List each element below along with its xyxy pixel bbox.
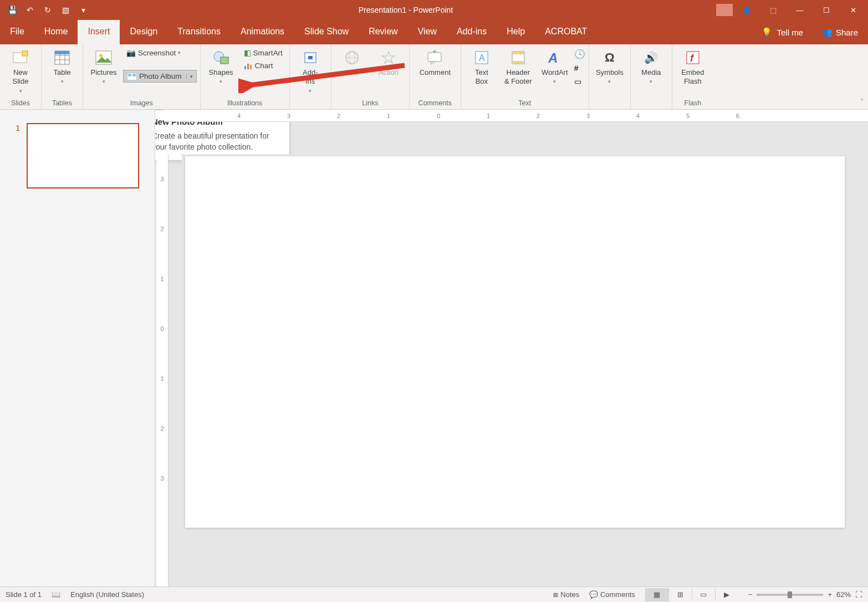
tab-slide-show[interactable]: Slide Show xyxy=(294,20,359,44)
save-icon[interactable]: 💾 xyxy=(4,2,20,18)
ribbon: New Slide Slides Table Tables Pictures xyxy=(0,44,868,110)
zoom-out-button[interactable]: − xyxy=(748,590,753,599)
view-normal-button[interactable]: ▦ xyxy=(645,588,668,601)
date-time-icon[interactable]: 🕓 xyxy=(574,49,585,59)
tell-me-search[interactable]: 💡 Tell me xyxy=(753,20,812,44)
object-icon[interactable]: ▭ xyxy=(574,77,585,86)
screenshot-button[interactable]: 📷 Screenshot xyxy=(123,47,197,59)
tab-animations[interactable]: Animations xyxy=(231,20,294,44)
qat-more-icon[interactable]: ▾ xyxy=(75,2,91,18)
minimize-button[interactable]: — xyxy=(787,2,813,18)
undo-icon[interactable]: ↶ xyxy=(22,2,38,18)
media-icon: 🔊 xyxy=(642,49,660,67)
wordart-button[interactable]: A WordArt xyxy=(538,47,572,88)
link-label: Link xyxy=(345,68,359,77)
svg-text:A: A xyxy=(479,53,485,63)
new-slide-label: New Slide xyxy=(13,68,29,86)
tab-insert[interactable]: Insert xyxy=(78,20,120,44)
slideshow-start-icon[interactable]: ▧ xyxy=(58,2,73,18)
action-button[interactable]: Action xyxy=(371,47,406,79)
ruler-horizontal: 4 3 2 1 0 1 2 3 4 5 6 xyxy=(164,110,868,122)
notes-button[interactable]: ≣ Notes xyxy=(553,590,580,599)
spellcheck-icon[interactable]: 📖 xyxy=(52,590,60,599)
view-sorter-button[interactable]: ⊞ xyxy=(668,588,692,601)
header-footer-button[interactable]: Header & Footer xyxy=(501,47,535,89)
svg-rect-17 xyxy=(250,65,252,69)
collapse-ribbon-icon[interactable]: ˄ xyxy=(860,98,864,106)
tab-file[interactable]: File xyxy=(0,20,34,44)
share-button[interactable]: 👥 Share xyxy=(812,20,868,44)
addins-button[interactable]: Add- ins xyxy=(293,47,328,96)
user-icon[interactable]: 👤 xyxy=(734,2,759,18)
group-images: Pictures 📷 Screenshot Photo Album ▾ Imag… xyxy=(83,44,201,109)
action-icon xyxy=(380,49,397,67)
tab-review[interactable]: Review xyxy=(359,20,407,44)
slide-thumbnail-preview[interactable] xyxy=(27,123,139,188)
slide-thumbnail-1[interactable]: 1 xyxy=(16,123,139,188)
new-slide-icon xyxy=(12,49,29,67)
account-avatar[interactable] xyxy=(716,4,733,16)
group-slides: New Slide Slides xyxy=(0,44,42,109)
zoom-in-button[interactable]: + xyxy=(828,590,832,599)
embed-flash-button[interactable]: f Embed Flash xyxy=(676,47,710,89)
pictures-button[interactable]: Pictures xyxy=(86,47,121,88)
action-label: Action xyxy=(379,68,399,77)
pictures-label: Pictures xyxy=(91,68,117,77)
zoom-control: − + 62% ⛶ xyxy=(748,590,862,599)
wordart-label: WordArt xyxy=(542,68,568,77)
fit-to-window-button[interactable]: ⛶ xyxy=(855,590,862,599)
tab-help[interactable]: Help xyxy=(497,20,535,44)
status-language[interactable]: English (United States) xyxy=(70,590,144,599)
tab-add-ins[interactable]: Add-ins xyxy=(447,20,497,44)
tab-design[interactable]: Design xyxy=(120,20,167,44)
photo-album-button[interactable]: Photo Album ▾ xyxy=(123,70,197,83)
shapes-button[interactable]: Shapes xyxy=(204,47,238,88)
tab-home[interactable]: Home xyxy=(34,20,78,44)
svg-rect-19 xyxy=(308,56,313,59)
view-buttons: ▦ ⊞ ▭ ▶ xyxy=(645,588,738,601)
quick-access-toolbar: 💾 ↶ ↻ ▧ ▾ xyxy=(0,2,95,18)
symbols-button[interactable]: Ω Symbols xyxy=(593,47,627,88)
table-button[interactable]: Table xyxy=(45,47,79,88)
tab-acrobat[interactable]: ACROBAT xyxy=(535,20,597,44)
slide-editor-area[interactable] xyxy=(182,154,849,570)
group-text-label: Text xyxy=(461,98,589,109)
group-media-label xyxy=(631,106,672,109)
comments-button[interactable]: 💬 Comments xyxy=(589,590,635,599)
zoom-slider[interactable] xyxy=(757,594,823,596)
view-reading-button[interactable]: ▭ xyxy=(692,588,715,601)
view-slideshow-button[interactable]: ▶ xyxy=(715,588,738,601)
new-slide-button[interactable]: New Slide xyxy=(3,47,38,96)
zoom-level[interactable]: 62% xyxy=(836,590,851,599)
slide-number: 1 xyxy=(16,123,20,188)
comment-button[interactable]: + Comment xyxy=(413,47,457,79)
close-button[interactable]: ✕ xyxy=(840,2,866,18)
tab-transitions[interactable]: Transitions xyxy=(167,20,231,44)
ribbon-tabs: File Home Insert Design Transitions Anim… xyxy=(0,20,868,44)
symbols-icon: Ω xyxy=(601,49,619,67)
dropdown-split-icon[interactable]: ▾ xyxy=(186,74,193,79)
group-images-label: Images xyxy=(83,98,200,109)
header-footer-label: Header & Footer xyxy=(504,68,532,86)
title-bar: 💾 ↶ ↻ ▧ ▾ Presentation1 - PowerPoint 👤 ⬚… xyxy=(0,0,868,20)
svg-rect-31 xyxy=(512,61,524,64)
photo-album-icon xyxy=(127,73,137,80)
comment-label: Comment xyxy=(420,68,451,77)
flash-icon: f xyxy=(684,49,702,67)
text-box-button[interactable]: A Text Box xyxy=(464,47,499,89)
ribbon-display-icon[interactable]: ⬚ xyxy=(760,2,786,18)
media-button[interactable]: 🔊 Media xyxy=(634,47,668,88)
smartart-button[interactable]: ◧ SmartArt xyxy=(241,47,286,59)
slide-number-icon[interactable]: # xyxy=(574,64,585,73)
header-footer-icon xyxy=(509,49,527,67)
chart-button[interactable]: Chart xyxy=(241,60,286,72)
tab-view[interactable]: View xyxy=(408,20,447,44)
status-slide-count[interactable]: Slide 1 of 1 xyxy=(6,590,42,599)
lightbulb-icon: 💡 xyxy=(762,27,772,37)
redo-icon[interactable]: ↻ xyxy=(40,2,55,18)
slide-canvas[interactable] xyxy=(185,156,845,528)
slide-thumbnail-pane[interactable]: 1 xyxy=(0,110,155,586)
maximize-button[interactable]: ☐ xyxy=(814,2,839,18)
addins-icon xyxy=(302,49,319,67)
link-button[interactable]: Link xyxy=(335,47,369,79)
